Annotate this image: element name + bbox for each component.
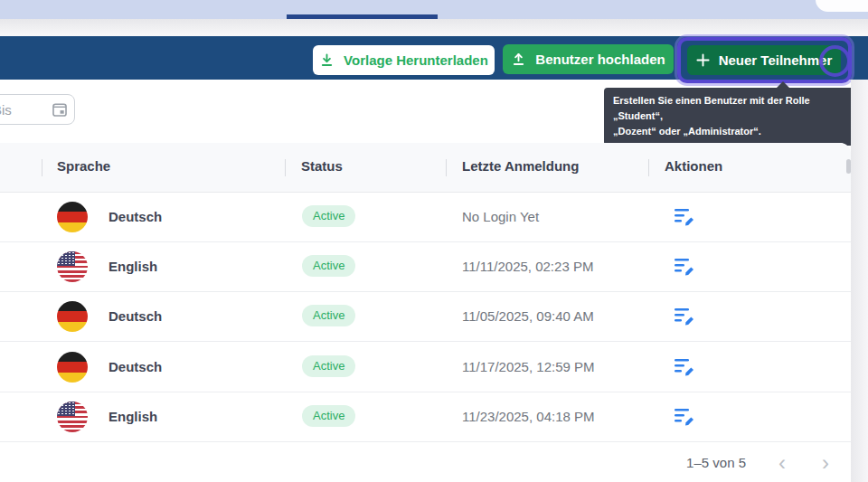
last-login-cell: No Login Yet bbox=[462, 209, 539, 224]
last-login-cell: 11/05/2025, 09:40 AM bbox=[462, 308, 594, 324]
chevron-left-icon[interactable]: ‹ bbox=[775, 452, 789, 474]
column-separator bbox=[648, 159, 649, 176]
status-badge: Active bbox=[302, 255, 355, 277]
edit-list-icon[interactable] bbox=[674, 258, 695, 278]
upload-users-button[interactable]: Benutzer hochladen bbox=[503, 44, 674, 74]
edit-list-icon[interactable] bbox=[674, 408, 695, 428]
language-cell: Deutsch bbox=[108, 359, 162, 374]
column-separator bbox=[446, 159, 447, 176]
germany-flag-icon bbox=[57, 301, 88, 332]
usa-flag-icon bbox=[57, 251, 88, 282]
last-login-cell: 11/23/2025, 04:18 PM bbox=[462, 409, 595, 424]
plus-icon bbox=[696, 53, 710, 67]
download-template-label: Vorlage Herunterladen bbox=[344, 52, 488, 68]
upload-icon bbox=[511, 52, 526, 67]
language-cell: English bbox=[108, 259, 157, 274]
edit-list-icon[interactable] bbox=[674, 307, 695, 327]
edit-list-icon[interactable] bbox=[674, 208, 695, 228]
language-cell: Deutsch bbox=[108, 209, 162, 224]
date-to-field bbox=[0, 94, 75, 125]
column-header-actions: Aktionen bbox=[665, 158, 722, 174]
column-separator bbox=[42, 159, 42, 176]
top-tab-band bbox=[0, 0, 868, 19]
upload-users-label: Benutzer hochladen bbox=[535, 52, 665, 67]
column-header-language: Sprache bbox=[57, 158, 110, 174]
last-login-cell: 11/17/2025, 12:59 PM bbox=[462, 359, 595, 374]
language-cell: English bbox=[108, 409, 157, 424]
table-header: Sprache Status Letzte Anmeldung Aktionen bbox=[0, 143, 851, 193]
page: Vorlage Herunterladen Benutzer hochladen… bbox=[0, 0, 868, 482]
germany-flag-icon bbox=[57, 352, 88, 383]
table-row: English Active 11/11/2025, 02:23 PM bbox=[0, 242, 851, 292]
top-right-partial-button[interactable] bbox=[816, 0, 868, 12]
new-participant-label: Neuer Teilnehmer bbox=[719, 52, 833, 68]
band-shadow bbox=[0, 19, 868, 36]
column-header-status: Status bbox=[301, 158, 343, 174]
pagination: 1–5 von 5 ‹ › bbox=[0, 443, 851, 482]
download-icon bbox=[319, 52, 335, 68]
participants-table: Sprache Status Letzte Anmeldung Aktionen… bbox=[0, 143, 851, 482]
status-badge: Active bbox=[302, 305, 355, 326]
germany-flag-icon bbox=[57, 202, 88, 232]
download-template-button[interactable]: Vorlage Herunterladen bbox=[313, 45, 495, 75]
status-badge: Active bbox=[302, 205, 355, 227]
usa-flag-icon bbox=[57, 402, 88, 432]
calendar-icon[interactable] bbox=[52, 101, 68, 118]
table-row: Deutsch Active 11/17/2025, 12:59 PM bbox=[0, 343, 851, 392]
table-row: Deutsch Active 11/05/2025, 09:40 AM bbox=[0, 292, 851, 342]
status-badge: Active bbox=[302, 405, 355, 427]
column-separator bbox=[285, 159, 286, 176]
column-header-last-login: Letzte Anmeldung bbox=[462, 158, 579, 174]
page-background-strip bbox=[851, 80, 868, 482]
table-row: Deutsch Active No Login Yet bbox=[0, 193, 851, 242]
new-participant-button[interactable]: Neuer Teilnehmer bbox=[687, 45, 841, 75]
last-login-cell: 11/11/2025, 02:23 PM bbox=[462, 259, 593, 274]
pagination-range-label: 1–5 von 5 bbox=[686, 455, 746, 470]
edit-list-icon[interactable] bbox=[674, 358, 695, 378]
table-row: English Active 11/23/2025, 04:18 PM bbox=[0, 392, 851, 442]
chevron-right-icon[interactable]: › bbox=[818, 452, 833, 474]
tooltip-line2: „Dozent“ oder „Administrator“. bbox=[613, 124, 845, 139]
tooltip-line1: Erstellen Sie einen Benutzer mit der Rol… bbox=[613, 93, 845, 124]
status-badge: Active bbox=[302, 355, 355, 377]
tooltip: Erstellen Sie einen Benutzer mit der Rol… bbox=[604, 88, 854, 146]
language-cell: Deutsch bbox=[108, 308, 162, 324]
action-bar: Vorlage Herunterladen Benutzer hochladen… bbox=[0, 36, 868, 80]
